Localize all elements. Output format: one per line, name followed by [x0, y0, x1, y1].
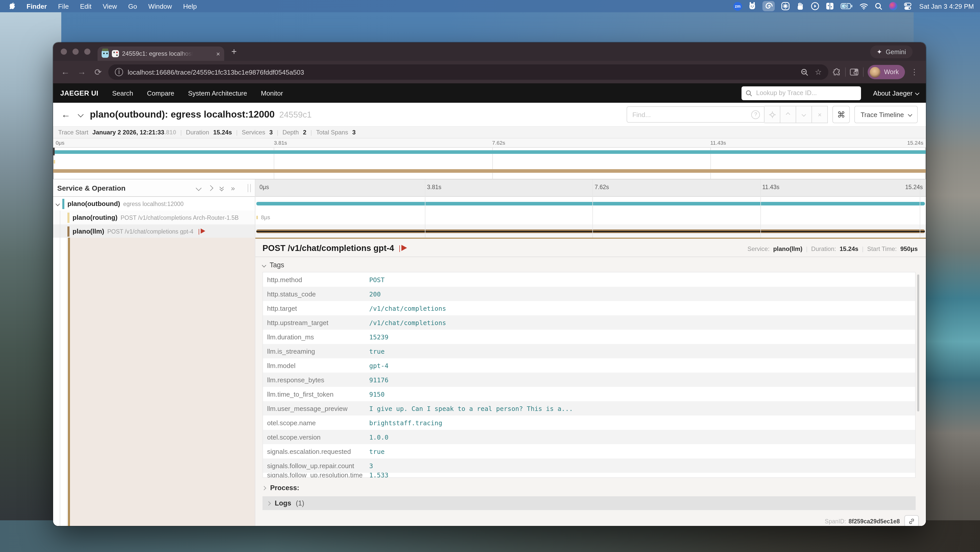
span-service-name[interactable]: plano(routing)	[73, 214, 118, 221]
about-jaeger-menu[interactable]: About Jaeger	[873, 89, 919, 97]
shortcuts-button[interactable]: ⌘	[832, 106, 850, 123]
spotlight-search-icon[interactable]	[875, 2, 883, 11]
minimap-drag-handle[interactable]	[53, 148, 55, 155]
span-service-name[interactable]: plano(llm)	[73, 227, 104, 235]
active-app-spiral-icon[interactable]	[762, 1, 775, 11]
tag-row[interactable]: otel.scope.version1.0.0	[263, 430, 915, 444]
tags-scrollbar[interactable]	[917, 274, 919, 412]
span-service-name[interactable]: plano(outbound)	[67, 200, 120, 207]
span-bar-llm[interactable]	[256, 230, 925, 233]
siri-icon[interactable]	[889, 2, 897, 10]
span-bar-outbound[interactable]	[256, 202, 925, 206]
profile-button[interactable]: Work	[868, 65, 905, 79]
nav-item-compare[interactable]: Compare	[147, 89, 174, 97]
wifi-icon[interactable]	[859, 2, 868, 11]
site-info-icon[interactable]: i	[115, 68, 123, 76]
window-zoom-button[interactable]	[84, 49, 91, 55]
span-bar-routing[interactable]	[256, 216, 258, 219]
process-section-toggle[interactable]: Process:	[262, 484, 926, 492]
tag-row[interactable]: otel.scope.namebrightstaff.tracing	[263, 416, 915, 430]
zoom-out-icon[interactable]	[800, 68, 808, 76]
menu-item-help[interactable]: Help	[177, 2, 202, 10]
menu-item-view[interactable]: View	[97, 2, 123, 10]
row-collapse-icon[interactable]	[56, 202, 60, 206]
next-result-button[interactable]	[796, 106, 812, 123]
trace-view-select[interactable]: Trace Timeline	[854, 106, 918, 123]
panel-resizer-handle[interactable]	[248, 184, 251, 192]
timeline-row-llm[interactable]	[255, 224, 926, 238]
collapse-one-icon[interactable]	[196, 185, 202, 191]
menu-item-go[interactable]: Go	[123, 2, 143, 10]
ollama-icon[interactable]	[749, 2, 756, 11]
menu-item-file[interactable]: File	[52, 2, 74, 10]
collapse-trace-chevron-icon[interactable]	[78, 112, 84, 118]
clear-find-button[interactable]: ×	[812, 106, 828, 123]
tag-row[interactable]: llm.duration_ms15239	[263, 330, 915, 344]
jaeger-brand[interactable]: JAEGER UI	[60, 89, 98, 97]
reload-button[interactable]: ⟳	[92, 67, 104, 77]
timeline-row-outbound[interactable]	[255, 197, 926, 211]
forward-button[interactable]: →	[76, 67, 88, 77]
address-bar[interactable]: i localhost:16686/trace/24559c1fc313bc1e…	[108, 64, 828, 80]
tag-row[interactable]: http.upstream_target/v1/chat/completions	[263, 315, 915, 330]
tag-row[interactable]: llm.response_bytes91176	[263, 373, 915, 387]
expand-one-icon[interactable]	[208, 185, 213, 191]
menu-app-name[interactable]: Finder	[21, 2, 52, 10]
window-minimize-button[interactable]	[73, 49, 79, 55]
tab-close-icon[interactable]: ×	[216, 50, 220, 57]
find-input[interactable]	[631, 110, 751, 119]
trace-minimap[interactable]	[53, 147, 926, 179]
menu-bar-clock[interactable]: Sat Jan 3 4:29 PM	[919, 2, 974, 10]
window-tiling-icon[interactable]	[826, 2, 834, 11]
back-arrow-icon[interactable]: ←	[61, 109, 70, 120]
span-row-llm[interactable]: plano(llm) POST /v1/chat/completions gpt…	[53, 224, 255, 238]
browser-menu-icon[interactable]: ⋮	[909, 67, 920, 77]
tag-row[interactable]: signals.follow_up.resolution.time1.533	[263, 473, 915, 477]
nav-item-search[interactable]: Search	[112, 89, 133, 97]
tag-row[interactable]: signals.escalation.requestedtrue	[263, 444, 915, 458]
focus-span-button[interactable]	[765, 106, 780, 123]
control-center-icon[interactable]	[904, 2, 912, 11]
trace-lookup-box[interactable]	[741, 86, 861, 100]
bookmark-star-icon[interactable]: ☆	[815, 67, 822, 77]
nav-item-system-architecture[interactable]: System Architecture	[188, 89, 247, 97]
back-button[interactable]: ←	[59, 67, 72, 77]
play-circle-icon[interactable]	[811, 2, 819, 11]
minimap-span-outbound[interactable]	[53, 150, 926, 154]
new-tab-button[interactable]: +	[224, 46, 244, 57]
prev-result-button[interactable]	[780, 106, 796, 123]
window-close-button[interactable]	[61, 49, 67, 55]
span-row-outbound[interactable]: plano(outbound) egress localhost:12000	[53, 197, 255, 211]
expand-all-icon[interactable]: »	[231, 184, 235, 192]
extensions-icon[interactable]	[832, 68, 841, 77]
side-panel-search-icon[interactable]	[850, 68, 859, 76]
tag-row[interactable]: llm.is_streamingtrue	[263, 344, 915, 358]
timeline-row-routing[interactable]: 8μs	[255, 211, 926, 224]
nav-item-monitor[interactable]: Monitor	[261, 89, 283, 97]
menu-item-window[interactable]: Window	[143, 2, 178, 10]
span-row-routing[interactable]: plano(routing) POST /v1/chat/completions…	[53, 211, 255, 224]
apple-menu-icon[interactable]	[5, 2, 21, 10]
snowflake-app-icon[interactable]	[781, 2, 789, 11]
hand-app-icon[interactable]	[796, 2, 804, 11]
browser-tab[interactable]: 24559c1: egress localhost ×	[97, 46, 224, 61]
gemini-button[interactable]: ✦ Gemini	[870, 45, 913, 58]
url-text[interactable]: localhost:16686/trace/24559c1fc313bc1e98…	[128, 68, 796, 76]
tag-row[interactable]: llm.modelgpt-4	[263, 358, 915, 373]
tag-row[interactable]: http.target/v1/chat/completions	[263, 301, 915, 315]
find-box[interactable]: ?	[627, 106, 765, 123]
tag-row[interactable]: http.status_code200	[263, 287, 915, 301]
tag-row[interactable]: http.methodPOST	[263, 273, 915, 287]
collapse-all-icon[interactable]	[220, 185, 223, 190]
find-help-icon[interactable]: ?	[751, 110, 760, 119]
tag-row[interactable]: signals.follow_up.repair.count3	[263, 458, 915, 473]
trace-lookup-input[interactable]	[755, 89, 857, 97]
logs-section-toggle[interactable]: Logs (1)	[262, 496, 916, 510]
tag-row[interactable]: llm.time_to_first_token9150	[263, 387, 915, 401]
copy-link-button[interactable]	[904, 515, 919, 526]
minimap-span-routing[interactable]	[54, 160, 55, 164]
zoom-app-icon[interactable]: zm	[733, 2, 742, 11]
menu-item-edit[interactable]: Edit	[74, 2, 97, 10]
tag-row[interactable]: llm.user_message_previewI give up. Can I…	[263, 401, 915, 416]
tags-section-toggle[interactable]: Tags	[255, 257, 926, 272]
